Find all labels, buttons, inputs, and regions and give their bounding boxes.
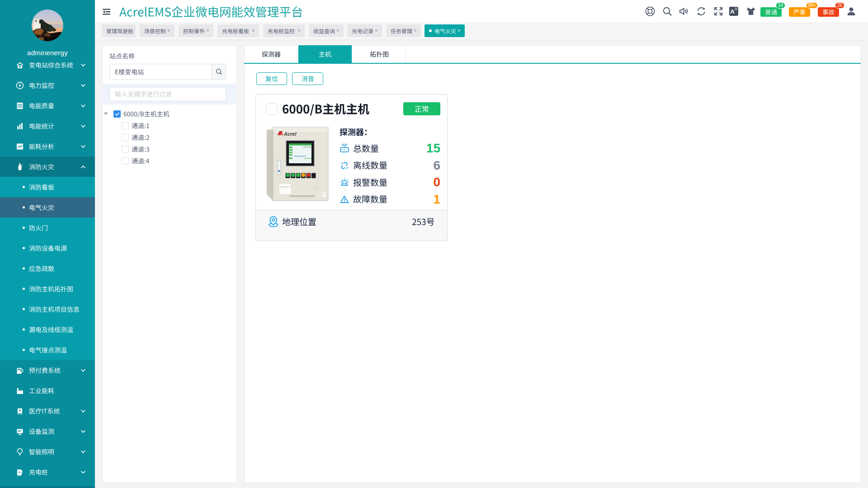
svg-text:Acrel: Acrel — [283, 131, 297, 137]
